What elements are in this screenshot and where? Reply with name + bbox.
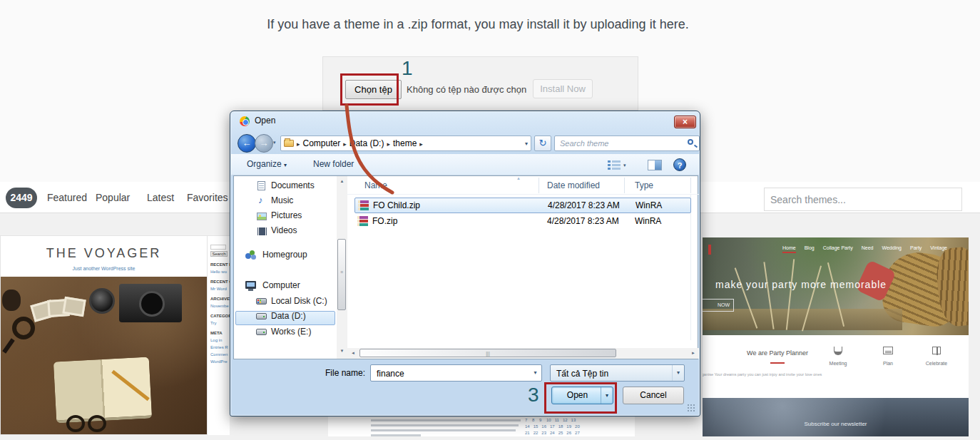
thread-spool-shape [2, 290, 21, 311]
drive-icon [256, 329, 267, 335]
party-hero-image: Home Blog Collage Party Need Wedding Par… [703, 237, 969, 335]
voyager-title: THE VOYAGER [1, 246, 207, 261]
column-date-modified[interactable]: Date modified [547, 180, 600, 190]
widget-title: RECENT C [210, 280, 230, 284]
dropdown-icon[interactable]: ▾ [529, 365, 541, 381]
feature-plan: Plan [867, 345, 909, 366]
column-separator [539, 178, 539, 193]
sidebar-item-music[interactable]: Music [271, 195, 293, 210]
file-list: ▲ Name Date modified Type FO Child.zip 4… [347, 176, 699, 359]
nav-home[interactable]: Home [782, 245, 796, 253]
search-themes-input[interactable] [764, 188, 962, 211]
camera-lens-shape [89, 288, 115, 314]
photo-shape [62, 297, 86, 317]
widget-link[interactable]: WordPre [210, 359, 230, 364]
file-name-combobox[interactable]: finance ▾ [370, 364, 542, 382]
column-separator [690, 178, 691, 193]
help-icon[interactable]: ? [673, 158, 686, 171]
resize-grip[interactable] [687, 404, 695, 412]
nav-wedding[interactable]: Wedding [882, 245, 902, 253]
party-footer: Subscribe our newsletter [703, 398, 969, 436]
install-now-button[interactable]: Install Now [533, 79, 593, 98]
history-dropdown-icon[interactable]: ▾ [273, 140, 276, 145]
widget-link[interactable]: Novembe [210, 304, 230, 308]
party-features-section: We are Party Planner ganise Your dreams … [703, 335, 969, 398]
sidebar-item-pictures[interactable]: Pictures [271, 210, 302, 225]
widget-link[interactable]: Hello wo [210, 270, 230, 274]
tab-popular[interactable]: Popular [96, 192, 130, 203]
file-name-value: finance [377, 369, 404, 379]
widget-link[interactable]: Entries R [210, 345, 230, 349]
sidebar-scrollbar[interactable]: ▲ ≡ ▼ [337, 176, 347, 359]
nav-vintage[interactable]: Vintage [930, 245, 947, 253]
video-icon [257, 227, 267, 235]
views-dropdown-icon[interactable]: ▾ [623, 163, 626, 168]
scrollbar-thumb[interactable]: ≡ [337, 239, 346, 310]
sidebar-item-documents[interactable]: Documents [271, 180, 315, 195]
nav-need[interactable]: Need [862, 245, 874, 253]
annotation-number-3: 3 [528, 384, 539, 406]
sidebar-item-computer[interactable]: Computer [262, 280, 300, 295]
file-type-combobox[interactable]: Tất cả Tệp tin ▾ [550, 364, 685, 382]
party-nav: Home Blog Collage Party Need Wedding Par… [782, 245, 947, 253]
sidebar-item-homegroup[interactable]: Homegroup [262, 250, 307, 264]
feature-meeting: Meeting [817, 345, 859, 366]
newsletter-text: Subscribe our newsletter [703, 421, 969, 427]
widget-title: CATEGOR [210, 314, 230, 318]
refresh-button[interactable] [534, 135, 551, 151]
close-button[interactable]: × [674, 116, 696, 128]
preview-pane-icon[interactable] [648, 160, 662, 170]
annotation-box-step3 [544, 382, 617, 414]
sidebar-item-data-d[interactable]: Data (D:) [271, 311, 306, 325]
column-separator [624, 178, 625, 193]
widget-search-input[interactable] [210, 245, 226, 250]
cancel-button[interactable]: Cancel [623, 387, 684, 404]
computer-icon [245, 281, 256, 289]
folder-icon [284, 140, 294, 147]
site-logo [708, 245, 711, 255]
dropdown-icon[interactable]: ▾ [672, 365, 684, 381]
scrollbar-thumb[interactable]: ||| [359, 349, 616, 357]
section-paragraph: ganise Your dreams party you can just in… [703, 372, 827, 377]
back-button[interactable] [238, 134, 256, 153]
magnifier-shape [12, 317, 35, 339]
widget-link[interactable]: Mr Word [210, 287, 230, 291]
change-view-icon[interactable] [608, 160, 621, 170]
file-type-value: Tất cả Tệp tin [556, 369, 608, 379]
scroll-down-icon[interactable]: ▼ [337, 349, 347, 353]
tab-latest[interactable]: Latest [147, 192, 174, 203]
theme-card-middle-bottom: 7 8 9 10 11 12 13 14 15 16 17 18 19 20 2… [328, 416, 635, 436]
nav-collage-party[interactable]: Collage Party [823, 245, 853, 253]
widget-title: ARCHIVE [210, 297, 230, 301]
glass-icon [834, 347, 842, 355]
sidebar-item-local-disk-c[interactable]: Local Disk (C:) [271, 296, 327, 310]
nav-blog[interactable]: Blog [805, 245, 815, 253]
widget-link[interactable]: Try [210, 321, 230, 325]
search-field[interactable]: Search theme [554, 135, 700, 151]
open-file-dialog: Open × ▾ Computer Data (D:) theme ▾ Sear… [230, 111, 700, 416]
sidebar-item-works-e[interactable]: Works (E:) [271, 327, 311, 341]
column-type[interactable]: Type [635, 180, 653, 190]
file-name: FO Child.zip [373, 200, 420, 210]
widget-link[interactable]: Commen [210, 352, 230, 357]
camera-shape [119, 284, 182, 322]
theme-card-party[interactable]: Home Blog Collage Party Need Wedding Par… [703, 237, 969, 436]
tab-favorites[interactable]: Favorites [187, 192, 228, 203]
calendar-row: 7 8 9 10 11 12 13 [525, 417, 580, 424]
tab-featured[interactable]: Featured [47, 192, 87, 203]
sidebar-item-videos[interactable]: Videos [271, 225, 297, 240]
scroll-left-icon[interactable]: ◄ [347, 348, 359, 358]
theme-card-voyager[interactable]: THE VOYAGER Just another WordPress site [0, 235, 208, 435]
nav-party[interactable]: Party [910, 245, 922, 253]
scroll-right-icon[interactable]: ► [688, 348, 699, 358]
feature-label: Celebrate [915, 361, 958, 366]
file-row-fo[interactable]: FO.zip 4/28/2017 8:23 AM WinRA [354, 214, 691, 230]
address-dropdown-icon[interactable]: ▾ [525, 140, 528, 147]
annotation-number-1: 1 [402, 57, 413, 80]
horizontal-scrollbar[interactable]: ◄ ||| ► [347, 348, 699, 359]
forward-button[interactable] [255, 134, 273, 153]
organize-menu[interactable]: Organize ▾ [247, 159, 287, 169]
widget-search-button[interactable]: Search [210, 251, 228, 257]
widget-link[interactable]: Log in [210, 338, 230, 342]
hero-cta-button[interactable]: NOW [703, 299, 734, 312]
